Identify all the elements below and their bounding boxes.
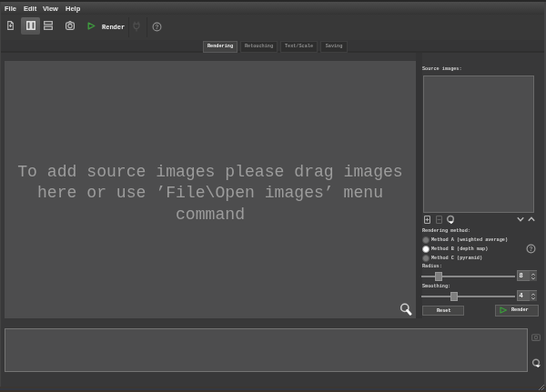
svg-text:?: ? <box>155 24 158 30</box>
svg-text:?: ? <box>530 246 533 252</box>
